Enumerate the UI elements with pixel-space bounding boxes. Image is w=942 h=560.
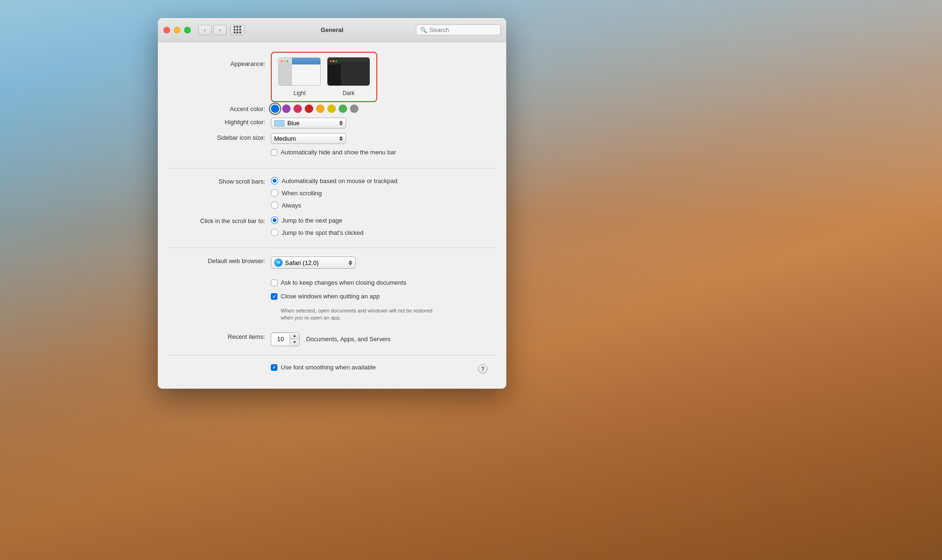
menu-bar-checkbox-label: Automatically hide and show the menu bar: [281, 149, 396, 156]
search-icon: 🔍: [420, 27, 427, 33]
documents-section: Ask to keep changes when closing documen…: [158, 279, 506, 322]
font-smoothing-checkbox[interactable]: [271, 364, 277, 371]
menu-bar-checkbox-row: Automatically hide and show the menu bar: [271, 149, 396, 156]
appearance-controls: Light Dark: [271, 52, 487, 102]
recent-items-suffix: Documents, Apps, and Servers: [306, 336, 390, 343]
click-scroll-row: Click in the scroll bar to: Jump to the …: [177, 216, 487, 239]
accent-green[interactable]: [339, 104, 347, 113]
scroll-bars-section: Show scroll bars: Automatically based on…: [158, 177, 506, 239]
preferences-window: ‹ › General 🔍 Appearance:: [158, 18, 506, 389]
ask-changes-row: Ask to keep changes when closing documen…: [271, 279, 406, 286]
menu-bar-label: [177, 149, 271, 150]
back-button[interactable]: ‹: [198, 25, 211, 35]
scroll-bars-row: Show scroll bars: Automatically based on…: [177, 177, 487, 212]
appearance-light-option[interactable]: Light: [278, 57, 321, 96]
font-smoothing-checkbox-row: Use font smoothing when available: [271, 364, 376, 371]
recent-items-section: Recent items: 10 ▲ ▼ Documents, Apps, an…: [158, 332, 506, 346]
sidebar-icon-size-dropdown[interactable]: Medium: [271, 133, 346, 144]
documents-sub-text: When selected, open documents and window…: [281, 307, 432, 322]
appearance-dark-option[interactable]: Dark: [327, 57, 370, 96]
scroll-auto-radio[interactable]: [271, 177, 278, 184]
browser-value: Safari (12.0): [285, 259, 319, 266]
font-smoothing-checkbox-label: Use font smoothing when available: [281, 364, 376, 371]
close-windows-checkbox[interactable]: [271, 293, 277, 300]
recent-items-stepper[interactable]: 10 ▲ ▼: [271, 332, 300, 346]
dark-thumb-dot-red: [330, 60, 332, 62]
scroll-scrolling-radio-row[interactable]: When scrolling: [271, 189, 322, 197]
divider-2: [167, 248, 497, 248]
grid-icon: [234, 26, 242, 34]
search-box[interactable]: 🔍: [416, 24, 501, 35]
traffic-lights: [163, 27, 191, 33]
dark-thumbnail: [327, 57, 370, 86]
scroll-auto-radio-row[interactable]: Automatically based on mouse or trackpad: [271, 177, 398, 184]
scroll-always-radio-row[interactable]: Always: [271, 201, 301, 209]
accent-color-row: Accent color:: [177, 104, 487, 113]
highlight-dropdown-arrow: [339, 120, 343, 126]
click-scroll-control: Jump to the next page Jump to the spot t…: [271, 216, 487, 239]
stepper-up-button[interactable]: ▲: [290, 333, 299, 339]
menu-bar-checkbox[interactable]: [271, 149, 277, 156]
scroll-always-radio[interactable]: [271, 201, 278, 209]
accent-graphite[interactable]: [350, 104, 358, 113]
click-next-page-label: Jump to the next page: [282, 217, 342, 224]
highlight-color-value: Blue: [287, 120, 300, 127]
menu-bar-control: Automatically hide and show the menu bar: [271, 149, 487, 160]
click-spot-radio[interactable]: [271, 229, 278, 236]
browser-control: ♾ Safari (12.0): [271, 256, 487, 269]
accent-color-section: Accent color: Highlight color:: [158, 104, 506, 160]
scroll-bars-label: Show scroll bars:: [177, 177, 271, 185]
grid-view-button[interactable]: [230, 25, 244, 35]
thumb-dot-yellow: [284, 60, 285, 62]
highlight-color-dropdown[interactable]: Blue: [271, 118, 346, 128]
click-next-page-radio[interactable]: [271, 216, 278, 224]
click-spot-label: Jump to the spot that's clicked: [282, 229, 364, 236]
recent-items-value: 10: [271, 334, 290, 344]
recent-items-label: Recent items:: [177, 332, 271, 340]
accent-blue[interactable]: [271, 104, 279, 113]
accent-red[interactable]: [305, 104, 313, 113]
minimize-button[interactable]: [174, 27, 180, 33]
search-input[interactable]: [430, 26, 496, 33]
close-windows-label: Close windows when quitting an app: [281, 293, 380, 300]
font-smoothing-section: Use font smoothing when available ?: [158, 364, 506, 375]
click-spot-row[interactable]: Jump to the spot that's clicked: [271, 229, 364, 236]
dark-thumb-sidebar: [328, 64, 341, 85]
highlight-swatch: [274, 120, 284, 127]
click-scroll-label: Click in the scroll bar to:: [177, 216, 271, 224]
help-button[interactable]: ?: [478, 364, 487, 374]
maximize-button[interactable]: [184, 27, 191, 33]
ask-changes-label: Ask to keep changes when closing documen…: [281, 279, 406, 286]
ask-changes-checkbox[interactable]: [271, 280, 277, 286]
sidebar-icon-size-row: Sidebar icon size: Medium: [177, 133, 487, 144]
documents-row: Ask to keep changes when closing documen…: [177, 279, 487, 322]
click-next-page-row[interactable]: Jump to the next page: [271, 216, 342, 224]
stepper-buttons: ▲ ▼: [290, 333, 299, 346]
accent-pink[interactable]: [293, 104, 302, 113]
accent-orange[interactable]: [316, 104, 325, 113]
close-button[interactable]: [163, 27, 170, 33]
scroll-scrolling-radio[interactable]: [271, 189, 278, 197]
accent-color-control: [271, 104, 487, 113]
highlight-color-row: Highlight color: Blue: [177, 118, 487, 128]
scroll-auto-label: Automatically based on mouse or trackpad: [282, 177, 398, 184]
forward-button[interactable]: ›: [213, 25, 227, 35]
appearance-label: Appearance:: [177, 52, 271, 67]
browser-dropdown[interactable]: ♾ Safari (12.0): [271, 256, 356, 269]
accent-color-label: Accent color:: [177, 104, 271, 112]
divider-3: [167, 355, 497, 355]
menu-bar-row: Automatically hide and show the menu bar: [177, 149, 487, 160]
nav-buttons: ‹ ›: [198, 25, 227, 35]
dark-label: Dark: [342, 90, 354, 96]
window-title: General: [321, 26, 343, 33]
font-smoothing-control: Use font smoothing when available ?: [271, 364, 487, 375]
browser-arrow: [349, 260, 352, 265]
dark-thumb-dot-green: [335, 60, 337, 62]
sidebar-icon-size-control: Medium: [271, 133, 487, 144]
accent-purple[interactable]: [282, 104, 291, 113]
accent-yellow[interactable]: [327, 104, 336, 113]
light-thumb-titlebar: [279, 58, 320, 64]
appearance-section: Appearance: L: [158, 52, 506, 102]
documents-label: [177, 279, 271, 280]
stepper-down-button[interactable]: ▼: [290, 339, 299, 346]
